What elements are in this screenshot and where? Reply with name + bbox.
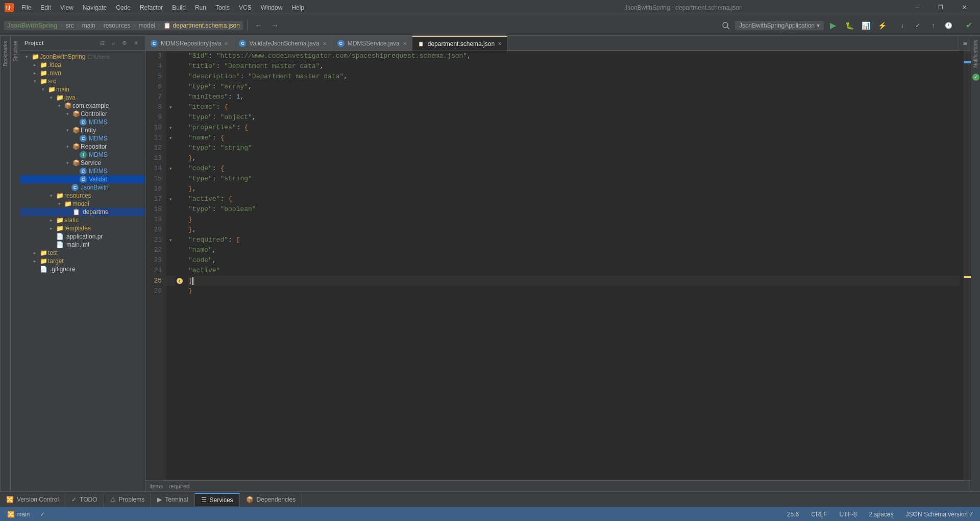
menu-window[interactable]: Window bbox=[257, 3, 287, 12]
fold-9 bbox=[166, 112, 175, 123]
settings-icon[interactable]: ⚙ bbox=[119, 38, 130, 48]
search-everywhere-button[interactable] bbox=[719, 18, 733, 33]
vcs-push-button[interactable]: ↑ bbox=[926, 18, 940, 33]
tree-mdms-entity[interactable]: C MDMS bbox=[20, 134, 145, 143]
tab-mdms-repository[interactable]: C MDMSRepository.java ✕ bbox=[145, 36, 234, 51]
tree-com-example[interactable]: ▾ 📦 com.example bbox=[20, 102, 145, 110]
tree-test[interactable]: ▸ 📁 test bbox=[20, 249, 145, 257]
menu-run[interactable]: Run bbox=[191, 3, 210, 12]
tree-idea[interactable]: ▸ 📁 .idea bbox=[20, 61, 145, 69]
fold-8[interactable] bbox=[166, 51, 175, 61]
tab-close-validate[interactable]: ✕ bbox=[323, 41, 327, 46]
tree-model[interactable]: ▾ 📁 model bbox=[20, 200, 145, 208]
expand-button[interactable]: ≡ bbox=[108, 38, 118, 48]
tree-service[interactable]: ▾ 📦 Service bbox=[20, 159, 145, 167]
tree-repository[interactable]: ▾ 📦 Repositor bbox=[20, 143, 145, 151]
bottom-tab-dependencies[interactable]: 📦 Dependencies bbox=[240, 493, 303, 506]
encoding[interactable]: UTF-8 bbox=[837, 511, 860, 518]
bookmarks-label[interactable]: Bookmarks bbox=[3, 36, 8, 72]
hide-panel-button[interactable]: ✕ bbox=[131, 38, 141, 48]
fold-btn-17[interactable]: ▾ bbox=[166, 194, 175, 204]
tree-main[interactable]: ▾ 📁 main bbox=[20, 85, 145, 93]
menu-vcs[interactable]: VCS bbox=[235, 3, 256, 12]
tree-resources[interactable]: ▾ 📁 resources bbox=[20, 192, 145, 200]
tree-target[interactable]: ▸ 📁 target bbox=[20, 257, 145, 265]
forward-button[interactable]: → bbox=[268, 18, 282, 33]
tree-controller[interactable]: ▾ 📦 Controller bbox=[20, 110, 145, 118]
collapse-all-button[interactable]: ⊟ bbox=[97, 38, 107, 48]
tree-src[interactable]: ▾ 📁 src bbox=[20, 77, 145, 85]
menu-view[interactable]: View bbox=[56, 3, 78, 12]
fold-btn-8[interactable]: ▾ bbox=[166, 102, 175, 112]
bottom-tab-services[interactable]: ☰ Services bbox=[195, 493, 240, 506]
tab-department-json[interactable]: 📋 department.schema.json ✕ bbox=[412, 36, 507, 51]
fold-btn-10[interactable]: ▾ bbox=[166, 123, 175, 133]
vcs-history-button[interactable]: 🕐 bbox=[941, 18, 955, 33]
bottom-tab-terminal[interactable]: ▶ Terminal bbox=[151, 493, 194, 506]
bottom-tab-todo[interactable]: ✓ TODO bbox=[65, 493, 104, 506]
tree-mdms-service[interactable]: C MDMS bbox=[20, 167, 145, 175]
bottom-tab-vcs[interactable]: 🔀 Version Control bbox=[0, 493, 65, 506]
menu-file[interactable]: File bbox=[17, 3, 35, 12]
back-button[interactable]: ← bbox=[252, 18, 266, 33]
tree-mdms-controller[interactable]: C MDMS bbox=[20, 118, 145, 126]
debug-button[interactable]: 🐛 bbox=[842, 18, 856, 33]
tree-validate[interactable]: C Validat bbox=[20, 175, 145, 183]
line-ending[interactable]: CRLF bbox=[808, 511, 830, 518]
tree-jsonbwith[interactable]: C JsonBwith bbox=[20, 183, 145, 192]
tree-entity[interactable]: ▾ 📦 Entity bbox=[20, 126, 145, 134]
tree-arrow-mvn: ▸ bbox=[31, 70, 39, 76]
coverage-button[interactable]: 📊 bbox=[859, 18, 873, 33]
cursor-position[interactable]: 25:6 bbox=[784, 511, 802, 518]
menu-navigate[interactable]: Navigate bbox=[79, 3, 111, 12]
fold-btn-14[interactable]: ▾ bbox=[166, 163, 175, 174]
menu-code[interactable]: Code bbox=[112, 3, 135, 12]
build-icon: ✓ bbox=[40, 511, 45, 518]
tab-mdms-service[interactable]: C MDMSService.java ✕ bbox=[332, 36, 412, 51]
notifications-label[interactable]: Notifications bbox=[972, 36, 979, 72]
tab-close-dept[interactable]: ✕ bbox=[498, 41, 502, 46]
fold-btn-21[interactable]: ▾ bbox=[166, 235, 175, 245]
todo-icon: ✓ bbox=[71, 496, 77, 503]
tree-application-props[interactable]: 📄 application.pr bbox=[20, 232, 145, 241]
tree-templates[interactable]: ▸ 📁 templates bbox=[20, 224, 145, 232]
tree-mvn[interactable]: ▸ 📁 .mvn bbox=[20, 69, 145, 77]
minimize-button[interactable]: ─ bbox=[905, 0, 929, 15]
vcs-commit-button[interactable]: ✓ bbox=[911, 18, 925, 33]
build-status[interactable]: ✓ bbox=[37, 511, 48, 518]
right-scrollbar-gutter[interactable] bbox=[964, 51, 971, 480]
tab-close-mdms-repo[interactable]: ✕ bbox=[224, 41, 228, 46]
fold-btn-11[interactable]: ▾ bbox=[166, 133, 175, 143]
tree-department-json[interactable]: 📋 departme bbox=[20, 208, 145, 216]
notifications-button[interactable]: ✔ bbox=[962, 18, 976, 33]
tree-gitignore[interactable]: 📄 .gitignore bbox=[20, 265, 145, 273]
tab-close-service[interactable]: ✕ bbox=[403, 41, 407, 46]
vcs-update-button[interactable]: ↓ bbox=[895, 18, 910, 33]
schema-info[interactable]: JSON Schema version 7 bbox=[903, 511, 976, 518]
tab-validate-json[interactable]: C ValidateJsonSchema.java ✕ bbox=[234, 36, 332, 51]
maximize-button[interactable]: ❐ bbox=[929, 0, 952, 15]
tab-menu-button[interactable]: ≡ bbox=[959, 36, 971, 51]
tree-static[interactable]: ▸ 📁 static bbox=[20, 216, 145, 224]
tree-main-iml[interactable]: 📄 main.iml bbox=[20, 241, 145, 249]
tree-root[interactable]: ▾ 📁 JsonBwithSpring C:\Users bbox=[20, 53, 145, 61]
tree-java[interactable]: ▾ 📁 java bbox=[20, 93, 145, 102]
menu-refactor[interactable]: Refactor bbox=[136, 3, 167, 12]
bottom-tab-problems[interactable]: ⚠ Problems bbox=[104, 493, 152, 506]
close-button[interactable]: ✕ bbox=[952, 0, 976, 15]
indent-info[interactable]: 2 spaces bbox=[866, 511, 897, 518]
menu-build[interactable]: Build bbox=[168, 3, 190, 12]
menu-help[interactable]: Help bbox=[287, 3, 308, 12]
run-config-selector[interactable]: JsonBwithSpringApplication ▾ bbox=[735, 21, 824, 30]
menu-edit[interactable]: Edit bbox=[36, 3, 55, 12]
tree-mdms-repo[interactable]: I MDMS bbox=[20, 151, 145, 159]
structure-label[interactable]: Structure bbox=[13, 36, 18, 67]
editor-content[interactable]: 3 4 5 6 7 8 9 10 11 12 13 14 15 16 17 18… bbox=[145, 51, 971, 480]
breadcrumb-required: required bbox=[169, 483, 189, 489]
run-button[interactable]: ▶ bbox=[826, 18, 840, 33]
menu-tools[interactable]: Tools bbox=[211, 3, 234, 12]
code-area[interactable]: "$id": "https://www.codeinvestigator.com… bbox=[184, 51, 964, 480]
profile-button[interactable]: ⚡ bbox=[875, 18, 889, 33]
properties-file-icon: 📄 bbox=[55, 233, 64, 240]
vcs-status[interactable]: 🔀 main bbox=[4, 511, 33, 518]
